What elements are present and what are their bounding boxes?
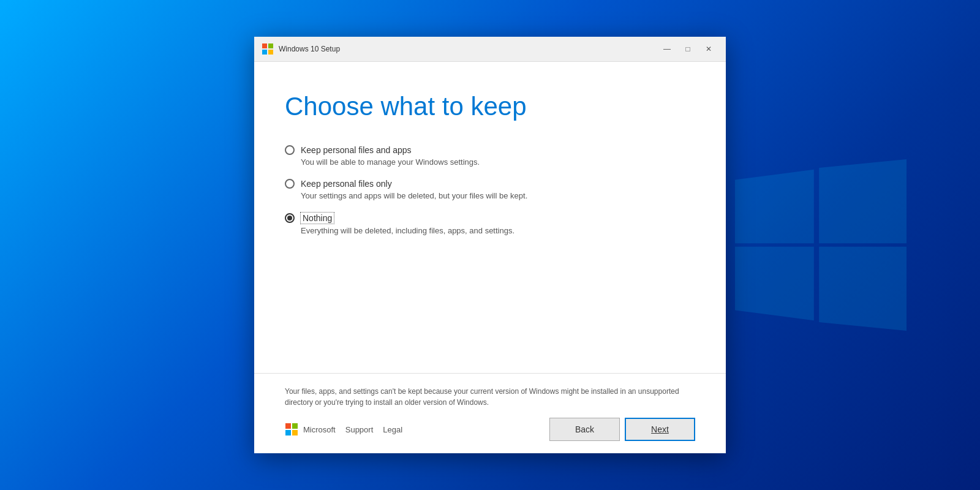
footer-note: Your files, apps, and settings can't be … bbox=[285, 386, 695, 408]
setup-dialog: Windows 10 Setup — □ ✕ Choose what to ke… bbox=[254, 37, 726, 453]
title-bar-controls: — □ ✕ bbox=[657, 42, 718, 56]
back-button-label: Back bbox=[575, 424, 594, 434]
footer-bottom: Microsoft Support Legal Back Next bbox=[285, 418, 695, 441]
footer: Your files, apps, and settings can't be … bbox=[254, 373, 726, 453]
title-bar-title: Windows 10 Setup bbox=[279, 45, 657, 53]
close-button[interactable]: ✕ bbox=[699, 42, 718, 56]
microsoft-label: Microsoft bbox=[303, 425, 336, 434]
legal-link[interactable]: Legal bbox=[383, 425, 402, 434]
page-title: Choose what to keep bbox=[285, 92, 695, 121]
radio-nothing[interactable] bbox=[285, 213, 295, 223]
option-files-apps: Keep personal files and apps You will be… bbox=[285, 145, 695, 167]
svg-rect-8 bbox=[285, 423, 291, 429]
svg-marker-0 bbox=[735, 170, 814, 243]
microsoft-logo bbox=[285, 423, 298, 436]
back-button[interactable]: Back bbox=[549, 418, 620, 441]
option-files-only-row[interactable]: Keep personal files only bbox=[285, 179, 695, 189]
svg-rect-7 bbox=[268, 50, 273, 55]
main-content: Choose what to keep Keep personal files … bbox=[254, 62, 726, 373]
option-files-apps-desc: You will be able to manage your Windows … bbox=[285, 157, 695, 167]
svg-rect-10 bbox=[285, 430, 291, 435]
svg-marker-2 bbox=[735, 247, 814, 320]
svg-marker-3 bbox=[819, 247, 907, 331]
svg-rect-9 bbox=[292, 423, 298, 429]
option-files-only: Keep personal files only Your settings a… bbox=[285, 179, 695, 200]
option-files-only-desc: Your settings and apps will be deleted, … bbox=[285, 191, 695, 200]
option-nothing-row[interactable]: Nothing bbox=[285, 213, 695, 224]
radio-files-only[interactable] bbox=[285, 179, 295, 189]
svg-rect-5 bbox=[268, 43, 273, 48]
option-nothing-desc: Everything will be deleted, including fi… bbox=[285, 226, 695, 235]
title-bar: Windows 10 Setup — □ ✕ bbox=[254, 37, 726, 62]
windows-background-logo bbox=[735, 159, 907, 331]
option-files-apps-row[interactable]: Keep personal files and apps bbox=[285, 145, 695, 155]
next-button-label: Next bbox=[651, 424, 669, 434]
svg-rect-6 bbox=[262, 50, 267, 55]
minimize-button[interactable]: — bbox=[657, 42, 677, 56]
restore-button[interactable]: □ bbox=[678, 42, 698, 56]
next-button[interactable]: Next bbox=[625, 418, 695, 441]
option-files-apps-label: Keep personal files and apps bbox=[301, 145, 412, 155]
svg-rect-11 bbox=[292, 430, 298, 435]
svg-rect-4 bbox=[262, 43, 267, 48]
option-nothing: Nothing Everything will be deleted, incl… bbox=[285, 213, 695, 235]
footer-buttons: Back Next bbox=[549, 418, 695, 441]
option-nothing-label: Nothing bbox=[301, 213, 334, 224]
option-files-only-label: Keep personal files only bbox=[301, 179, 392, 189]
svg-marker-1 bbox=[819, 159, 907, 243]
title-bar-icon bbox=[262, 43, 274, 55]
support-link[interactable]: Support bbox=[345, 425, 374, 434]
options-group: Keep personal files and apps You will be… bbox=[285, 145, 695, 235]
radio-files-apps[interactable] bbox=[285, 145, 295, 155]
